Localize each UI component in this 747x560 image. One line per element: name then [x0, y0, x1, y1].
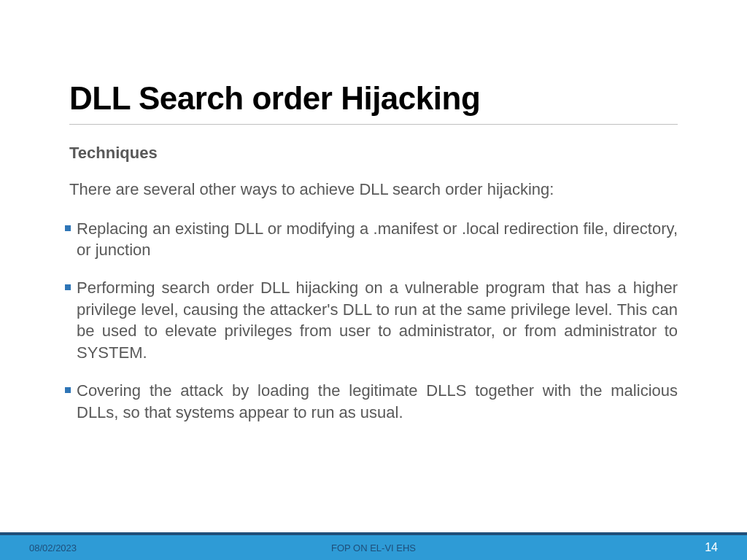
slide-subtitle: Techniques: [69, 144, 678, 163]
bullet-list: Replacing an existing DLL or modifying a…: [65, 218, 678, 424]
list-item: Replacing an existing DLL or modifying a…: [65, 218, 678, 261]
footer-strip: 08/02/2023 FOP ON EL-VI EHS 14: [0, 535, 747, 560]
footer-date: 08/02/2023: [29, 542, 77, 553]
slide-title: DLL Search order Hijacking: [69, 80, 678, 125]
slide: DLL Search order Hijacking Techniques Th…: [0, 0, 747, 560]
footer-center-text: FOP ON EL-VI EHS: [331, 542, 416, 553]
list-item: Performing search order DLL hijacking on…: [65, 277, 678, 364]
list-item: Covering the attack by loading the legit…: [65, 380, 678, 423]
footer-page-number: 14: [705, 541, 718, 554]
intro-text: There are several other ways to achieve …: [69, 179, 678, 201]
slide-footer: 08/02/2023 FOP ON EL-VI EHS 14: [0, 532, 747, 560]
